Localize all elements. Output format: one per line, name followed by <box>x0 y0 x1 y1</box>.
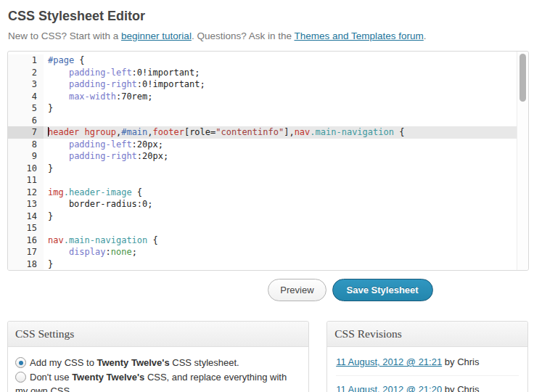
code-token: 20px; <box>137 139 163 150</box>
code-line[interactable]: 15 <box>8 222 528 234</box>
code-token: 0!important; <box>137 68 200 78</box>
line-number: 13 <box>8 198 44 211</box>
code-text: display:none; <box>44 246 137 258</box>
line-number: 15 <box>8 222 44 234</box>
code-line[interactable]: 18} <box>8 258 528 271</box>
code-line[interactable]: 5} <box>8 102 528 115</box>
code-token: "contentinfo" <box>215 127 284 137</box>
radio-dot <box>19 361 23 365</box>
save-stylesheet-button[interactable]: Save Stylesheet <box>332 279 433 301</box>
code-token: none <box>111 247 132 257</box>
code-token: .header-image <box>64 187 132 197</box>
code-line[interactable]: 1#page { <box>8 54 528 67</box>
radio-unselected-icon[interactable] <box>15 372 26 383</box>
intro-part3: . <box>424 30 427 41</box>
code-line[interactable]: 17 display:none; <box>8 246 528 258</box>
preview-button[interactable]: Preview <box>268 279 326 301</box>
revision-link[interactable]: 11 August, 2012 @ 21:21 <box>336 356 442 367</box>
code-token: #main <box>121 127 147 137</box>
radio-selected-icon[interactable] <box>15 357 26 368</box>
code-text: } <box>44 163 53 175</box>
code-token: img <box>48 187 64 197</box>
css-revisions-panel: CSS Revisions 11 August, 2012 @ 21:21 by… <box>326 321 528 392</box>
option-text: Add my CSS to <box>30 357 96 368</box>
line-number: 1 <box>8 54 44 67</box>
code-text: } <box>44 102 53 115</box>
revision-author: by Chris <box>442 356 479 367</box>
code-token: #page <box>48 55 74 65</box>
code-text: header hgroup,#main,footer[role="content… <box>44 126 404 139</box>
code-token: : <box>105 247 110 257</box>
code-line[interactable]: 12img.header-image { <box>8 187 528 199</box>
code-token: padding-right <box>69 79 137 89</box>
code-token: 20px; <box>142 151 168 161</box>
code-token: { <box>394 127 404 137</box>
css-mode-radio-option[interactable]: Add my CSS to Twenty Twelve's CSS styles… <box>15 356 301 370</box>
code-line[interactable]: 14} <box>8 211 528 223</box>
code-line[interactable]: 11 <box>8 174 528 187</box>
option-text: CSS stylesheet. <box>170 357 239 368</box>
code-line[interactable]: 9 padding-right:20px; <box>8 150 528 163</box>
code-line[interactable]: 4 max-width:70rem; <box>8 91 528 103</box>
line-number: 3 <box>8 78 44 91</box>
code-text <box>44 115 48 127</box>
code-line[interactable]: 2 padding-left:0!important; <box>8 67 528 79</box>
code-token <box>48 68 69 78</box>
code-line[interactable]: 13 border-radius:0; <box>8 198 528 211</box>
code-token <box>79 127 84 137</box>
code-token: footer <box>153 127 184 137</box>
code-token: 0!important; <box>142 79 205 89</box>
line-number: 17 <box>8 246 44 258</box>
page-title: CSS Stylesheet Editor <box>8 9 528 24</box>
code-token: { <box>74 55 84 65</box>
code-token: : <box>132 139 137 150</box>
line-number: 16 <box>8 234 44 247</box>
themes-forum-link[interactable]: Themes and Templates forum <box>294 30 423 41</box>
code-token: [role= <box>184 127 215 137</box>
code-text <box>44 222 48 234</box>
code-token: ], <box>284 127 294 137</box>
code-text: border-radius:0; <box>44 198 153 211</box>
css-mode-radio-option[interactable]: Don't use Twenty Twelve's CSS, and repla… <box>15 370 301 392</box>
line-number: 4 <box>8 91 44 103</box>
code-token: nav <box>48 235 64 245</box>
code-text: #page { <box>44 54 85 67</box>
code-token: border-radius:0; <box>48 199 153 209</box>
code-token: padding-left <box>69 139 132 150</box>
code-line[interactable]: 8 padding-left:20px; <box>8 139 528 151</box>
line-number: 6 <box>8 115 44 127</box>
css-code-editor[interactable]: 1#page {2 padding-left:0!important;3 pad… <box>7 51 529 271</box>
code-token: .main-navigation <box>64 235 148 245</box>
code-line[interactable]: 6 <box>8 115 528 127</box>
code-token: display <box>69 247 106 257</box>
line-number: 18 <box>8 258 44 271</box>
code-line[interactable]: 10} <box>8 163 528 175</box>
code-token: : <box>137 151 142 161</box>
beginner-tutorial-link[interactable]: beginner tutorial <box>121 30 192 41</box>
intro-part2: . Questions? Ask in the <box>192 30 295 41</box>
code-token: .main-navigation <box>310 127 394 137</box>
line-number: 10 <box>8 163 44 175</box>
revision-item: 11 August, 2012 @ 21:21 by Chris <box>336 348 519 376</box>
line-number: 5 <box>8 102 44 115</box>
code-line[interactable]: 16nav.main-navigation { <box>8 234 528 247</box>
code-line[interactable]: 7header hgroup,#main,footer[role="conten… <box>8 126 528 139</box>
editor-scrollbar-track[interactable] <box>517 52 528 270</box>
code-token: } <box>48 163 53 173</box>
line-number: 8 <box>8 139 44 151</box>
code-lines: 1#page {2 padding-left:0!important;3 pad… <box>8 52 528 270</box>
code-text: nav.main-navigation { <box>44 234 158 247</box>
code-token: : <box>137 79 142 89</box>
code-text <box>44 174 48 187</box>
editor-scrollbar-thumb[interactable] <box>519 54 526 102</box>
css-revisions-list: 11 August, 2012 @ 21:21 by Chris11 Augus… <box>327 347 527 392</box>
page: CSS Stylesheet Editor New to CSS? Start … <box>0 0 534 392</box>
code-token: max-width <box>69 91 116 102</box>
revision-link[interactable]: 11 August, 2012 @ 21:20 <box>336 384 442 392</box>
code-token: padding-right <box>69 151 137 161</box>
theme-name: Twenty Twelve's <box>96 357 169 368</box>
code-text: padding-left:0!important; <box>44 67 200 79</box>
line-number: 9 <box>8 150 44 163</box>
code-token <box>48 91 69 102</box>
code-line[interactable]: 3 padding-right:0!important; <box>8 78 528 91</box>
